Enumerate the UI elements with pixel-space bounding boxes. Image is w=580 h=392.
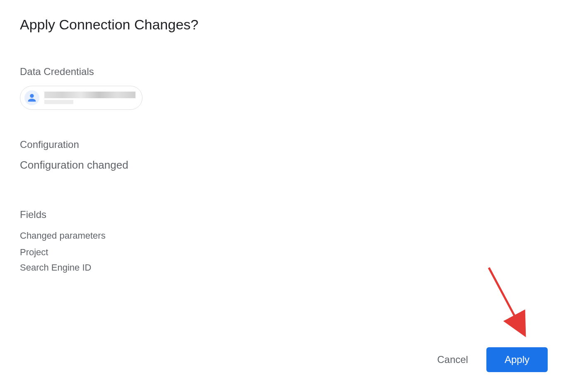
credential-chip[interactable] — [20, 86, 143, 110]
apply-connection-changes-dialog: Apply Connection Changes? Data Credentia… — [0, 0, 580, 292]
configuration-heading: Configuration — [20, 139, 560, 150]
svg-point-0 — [30, 94, 34, 98]
dialog-button-row: Cancel Apply — [432, 347, 548, 372]
apply-button[interactable]: Apply — [486, 347, 548, 372]
data-credentials-heading: Data Credentials — [20, 66, 560, 77]
data-credentials-section: Data Credentials — [20, 66, 560, 139]
credential-text-redacted — [44, 92, 135, 104]
fields-heading: Fields — [20, 209, 560, 220]
fields-section: Fields Changed parameters Project Search… — [20, 209, 560, 276]
configuration-section: Configuration Configuration changed — [20, 139, 560, 172]
changed-parameter-item: Search Engine ID — [20, 260, 560, 275]
changed-parameter-item: Project — [20, 244, 560, 260]
dialog-title: Apply Connection Changes? — [20, 17, 560, 33]
cancel-button[interactable]: Cancel — [432, 351, 473, 369]
redacted-name — [44, 92, 135, 98]
configuration-status: Configuration changed — [20, 159, 560, 172]
user-avatar-icon — [24, 90, 39, 105]
redacted-email — [44, 100, 73, 104]
person-icon — [26, 92, 38, 104]
changed-parameters-heading: Changed parameters — [20, 230, 560, 241]
